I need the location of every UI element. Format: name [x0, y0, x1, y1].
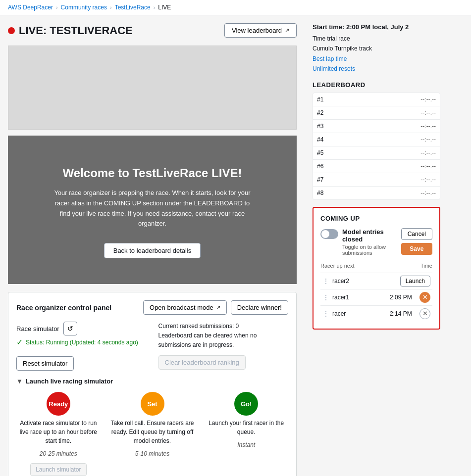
status-dot-icon: ✓ [16, 338, 23, 346]
cancel-button[interactable]: Cancel [401, 228, 432, 240]
best-lap-link[interactable]: Best lap time [313, 55, 347, 62]
open-broadcast-button[interactable]: Open broadcast mode ↗ [143, 300, 227, 315]
race-type: Time trial race [313, 34, 440, 44]
race-track: Cumulo Turnpike track [313, 44, 440, 53]
racer-time-racer: 2:14 PM [390, 310, 419, 317]
leaderboard-row-7: #7 --:--.-- [313, 173, 440, 186]
broadcast-label: Open broadcast mode [150, 304, 213, 311]
leaderboard-row-4: #4 --:--.-- [313, 133, 440, 146]
clear-leaderboard-button: Clear leaderboard ranking [158, 355, 246, 370]
racer-queue-header: Racer up next Time [320, 261, 432, 271]
model-actions: Cancel Save [401, 228, 432, 255]
toggle-knob [321, 230, 329, 238]
step-desc-ready: Activate race simulator to run live race… [16, 419, 101, 445]
model-entries-sub: Toggle on to allow submissions [342, 244, 401, 256]
lb-rank-4: #4 [313, 133, 333, 146]
racer-name-racer1: racer1 [332, 294, 390, 301]
resets-link[interactable]: Unlimited resets [313, 65, 355, 72]
step-icon-go: Go! [234, 392, 258, 416]
leaderboard-row-2: #2 --:--.-- [313, 106, 440, 119]
breadcrumb-race[interactable]: TestLiveRace [115, 4, 151, 11]
submissions-text: Current ranked submissions: 0 Leaderboar… [158, 322, 289, 350]
refresh-button[interactable]: ↺ [63, 322, 77, 335]
launch-section-title: ▼ Launch live racing simulator [16, 378, 288, 385]
control-left: Race simulator ↺ ✓ Status: Running (Upda… [16, 322, 147, 371]
view-leaderboard-button[interactable]: View leaderboard ↗ [224, 23, 297, 38]
lb-time-8: --:--.-- [333, 186, 440, 199]
race-start-time: Start time: 2:00 PM local, July 2 [313, 23, 440, 31]
welcome-title: Welcome to TestLiveRace LIVE! [63, 166, 242, 180]
status-text: Status: Running (Updated: 4 seconds ago) [26, 339, 138, 346]
leaderboard-section: LEADERBOARD #1 --:--.-- #2 --:--.-- #3 -… [313, 81, 440, 200]
coming-up-title: COMING UP [320, 215, 432, 222]
breadcrumb-sep-2: › [110, 4, 112, 10]
step-time-ready: 20-25 minutes [40, 450, 77, 457]
back-to-leaderboard-button[interactable]: Back to leaderboard details [104, 243, 201, 258]
page-title-text: LIVE: TESTLIVERACE [19, 24, 133, 37]
simulator-row: Race simulator ↺ [16, 322, 147, 335]
simulator-label: Race simulator [16, 325, 59, 333]
model-entries-toggle[interactable] [320, 229, 338, 239]
launch-section: ▼ Launch live racing simulator Ready Act… [16, 378, 288, 476]
control-row: Race simulator ↺ ✓ Status: Running (Upda… [16, 322, 288, 371]
page-header: LIVE: TESTLIVERACE View leaderboard ↗ [8, 23, 297, 38]
breadcrumb-root[interactable]: AWS DeepRacer [8, 4, 53, 11]
control-panel-title: Race organizer control panel [16, 304, 111, 312]
step-desc-go: Launch your first racer in the queue. [204, 419, 288, 436]
external-broadcast-icon: ↗ [216, 304, 220, 311]
welcome-box: Welcome to TestLiveRace LIVE! Your race … [8, 136, 297, 284]
racer-up-next-header: Racer up next [320, 263, 354, 269]
save-button[interactable]: Save [401, 243, 432, 255]
launch-simulator-button: Launch simulator [30, 463, 86, 476]
lb-time-4: --:--.-- [333, 133, 440, 146]
remove-racer1-button[interactable]: ✕ [419, 292, 430, 303]
status-row: ✓ Status: Running (Updated: 4 seconds ag… [16, 338, 147, 346]
leaderboard-table: #1 --:--.-- #2 --:--.-- #3 --:--.-- #4 -… [313, 93, 440, 199]
control-panel: Race organizer control panel Open broadc… [8, 292, 297, 476]
leaderboard-row-1: #1 --:--.-- [313, 93, 440, 106]
leaderboard-row-3: #3 --:--.-- [313, 119, 440, 133]
page-title: LIVE: TESTLIVERACE [8, 24, 133, 37]
launch-step-ready: Ready Activate race simulator to run liv… [16, 392, 101, 476]
lb-time-1: --:--.-- [333, 93, 440, 106]
reset-simulator-button[interactable]: Reset simulator [16, 356, 74, 371]
leaderboard-row-5: #5 --:--.-- [313, 146, 440, 159]
breadcrumb-community[interactable]: Community races [61, 4, 107, 11]
racer-row-racer: ⋮ racer 2:14 PM ✕ [320, 305, 432, 322]
race-details: Time trial race Cumulo Turnpike track Be… [313, 34, 440, 74]
submissions-line2: Leaderboard can be cleared when no submi… [158, 331, 289, 350]
lb-time-6: --:--.-- [333, 159, 440, 173]
lb-rank-2: #2 [313, 106, 333, 119]
live-dot-icon [8, 27, 15, 34]
drag-handle-icon-racer[interactable]: ⋮ [322, 310, 329, 318]
collapse-icon[interactable]: ▼ [16, 378, 23, 385]
remove-racer-button[interactable]: ✕ [419, 308, 430, 319]
racer-name-racer2: racer2 [332, 278, 370, 285]
leaderboard-title: LEADERBOARD [313, 81, 440, 89]
breadcrumb-current: LIVE [158, 4, 171, 11]
launch-step-set: Set Take roll call. Ensure racers are re… [110, 392, 195, 476]
external-link-icon: ↗ [285, 27, 289, 34]
breadcrumb-sep-3: › [154, 4, 156, 10]
model-entries-text-block: Model entries closed Toggle on to allow … [342, 228, 401, 256]
breadcrumb-sep-1: › [56, 4, 58, 10]
launch-steps: Ready Activate race simulator to run liv… [16, 392, 288, 476]
lb-time-2: --:--.-- [333, 106, 440, 119]
drag-handle-icon-racer1[interactable]: ⋮ [322, 293, 329, 301]
model-entries-info: Model entries closed Toggle on to allow … [320, 228, 401, 256]
control-right: Current ranked submissions: 0 Leaderboar… [158, 322, 289, 371]
step-icon-set: Set [141, 392, 164, 416]
leaderboard-row-8: #8 --:--.-- [313, 186, 440, 199]
view-leaderboard-label: View leaderboard [232, 27, 282, 34]
launch-racer2-button[interactable]: Launch [400, 276, 430, 286]
drag-handle-icon[interactable]: ⋮ [322, 277, 329, 285]
model-entries-row: Model entries closed Toggle on to allow … [320, 228, 432, 256]
leaderboard-row-6: #6 --:--.-- [313, 159, 440, 173]
coming-up-section: COMING UP Model entries closed Toggle on… [313, 207, 440, 330]
step-time-go: Instant [237, 441, 255, 448]
launch-section-label: Launch live racing simulator [26, 378, 113, 385]
leaderboard-table-wrapper: #1 --:--.-- #2 --:--.-- #3 --:--.-- #4 -… [313, 93, 440, 200]
declare-winner-button[interactable]: Declare winner! [231, 300, 288, 315]
launch-step-go: Go! Launch your first racer in the queue… [204, 392, 288, 476]
welcome-description: Your race organizer is prepping the race… [53, 188, 252, 229]
